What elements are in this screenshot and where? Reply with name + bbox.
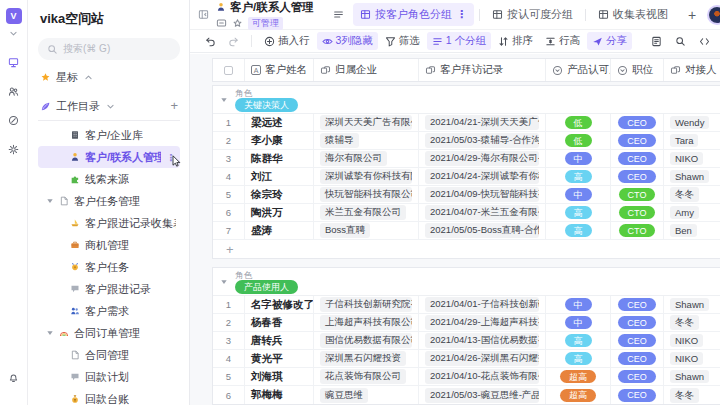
view-tab[interactable]: 按认可度分组 xyxy=(485,3,580,26)
visit-record-cell[interactable]: 2021/04/07-米兰五金有限公... xyxy=(419,204,546,221)
recognition-cell[interactable]: 超高 xyxy=(546,386,611,404)
visit-record-cell[interactable]: 2021/04/09-快玩智能科技有... xyxy=(419,186,546,203)
row-number-cell[interactable]: 4 xyxy=(213,168,245,185)
favorite-star-icon[interactable] xyxy=(232,18,243,29)
template-pen-icon[interactable] xyxy=(8,115,19,126)
position-cell[interactable]: CEO xyxy=(611,350,664,367)
name-cell[interactable]: 刘海琪 xyxy=(245,368,314,385)
notification-bell-icon[interactable] xyxy=(8,372,19,383)
name-cell[interactable]: 徐宗玲 xyxy=(245,186,314,203)
sort-button[interactable]: 排序 xyxy=(493,32,538,50)
sidebar-item[interactable]: 客户跟进记录 xyxy=(38,278,180,300)
group-collapse-icon[interactable] xyxy=(220,96,228,104)
contact-cell[interactable]: Shawn xyxy=(664,368,720,385)
recognition-cell[interactable]: 中 xyxy=(546,314,611,331)
visit-record-cell[interactable]: 2021/04/21-深圳天天美广告... xyxy=(419,114,546,131)
contact-cell[interactable]: Shawn xyxy=(664,296,720,313)
recognition-cell[interactable]: 低 xyxy=(546,114,611,131)
sidebar-item[interactable]: 合同管理 xyxy=(38,344,180,366)
name-cell[interactable]: 唐转兵 xyxy=(245,332,314,349)
visit-record-cell[interactable]: 2021/05/05-Boss直聘-合作沟... xyxy=(419,222,546,239)
company-cell[interactable]: 子信科技创新研究院有限... xyxy=(314,296,419,313)
company-cell[interactable]: 猿辅导 xyxy=(314,132,419,149)
workspace-switch-chevron-icon[interactable] xyxy=(8,28,19,39)
contact-cell[interactable]: Wendy xyxy=(664,114,720,131)
expand-record-icon[interactable] xyxy=(651,36,662,47)
name-cell[interactable]: 郭梅梅 xyxy=(245,386,314,404)
view-tab[interactable]: 收集表视图 xyxy=(591,3,675,26)
caret-down-icon[interactable] xyxy=(46,197,54,205)
visit-record-cell[interactable]: 2021/04/10-花点装饰有限公... xyxy=(419,368,546,385)
row-number-cell[interactable]: 5 xyxy=(213,186,245,203)
contact-cell[interactable]: Shawn xyxy=(664,168,720,185)
sidebar-item[interactable]: 客户任务 xyxy=(38,256,180,278)
name-cell[interactable]: 陶洪万 xyxy=(245,204,314,221)
group-header[interactable]: 角色 关键决策人 xyxy=(213,86,720,114)
column-header[interactable]: 对接人 xyxy=(664,59,720,81)
position-cell[interactable]: CEO xyxy=(611,114,664,131)
view-list-icon[interactable] xyxy=(333,9,344,20)
sidebar-item[interactable]: 回款计划 xyxy=(38,366,180,388)
row-number-cell[interactable]: 6 xyxy=(213,386,245,404)
visit-record-cell[interactable]: 2021/04/13-国信优易数据有... xyxy=(419,332,546,349)
add-view-button[interactable]: + xyxy=(682,7,702,23)
directory-section[interactable]: 工作目录 + xyxy=(38,94,180,118)
contact-cell[interactable]: 冬冬 xyxy=(664,186,720,203)
company-cell[interactable]: 深圳黑石闪耀投资 xyxy=(314,350,419,367)
position-cell[interactable]: CEO xyxy=(611,314,664,331)
group-header[interactable]: 角色 产品使用人 xyxy=(213,268,720,296)
position-cell[interactable]: CEO xyxy=(611,332,664,349)
column-header[interactable]: 归属企业 xyxy=(314,59,419,81)
caret-down-icon[interactable] xyxy=(46,329,54,337)
name-cell[interactable]: 黄光平 xyxy=(245,350,314,367)
sidebar-item[interactable]: 回款台账 xyxy=(38,388,180,405)
company-cell[interactable]: 豌豆思维 xyxy=(314,386,419,404)
name-cell[interactable]: 陈群华 xyxy=(245,150,314,167)
filter-button[interactable]: 筛选 xyxy=(380,32,425,50)
sidebar-item[interactable]: 客户/企业库 xyxy=(38,124,180,146)
sidebar-collapse-icon[interactable] xyxy=(198,9,209,20)
visit-record-cell[interactable]: 2021/04/26-深圳黑石闪耀投... xyxy=(419,350,546,367)
visit-record-cell[interactable]: 2021/04/24-深圳诚挚有你科... xyxy=(419,168,546,185)
company-cell[interactable]: 上海超声科技有限公司 xyxy=(314,314,419,331)
column-header[interactable]: 职位 xyxy=(611,59,664,81)
name-cell[interactable]: 盛涛 xyxy=(245,222,314,239)
view-tab[interactable]: 按客户角色分组⋮ xyxy=(353,3,474,26)
add-row-button[interactable]: + xyxy=(213,240,720,258)
starred-section[interactable]: 星标 xyxy=(38,65,180,89)
sidebar-item[interactable]: 客户需求 xyxy=(38,300,180,322)
position-cell[interactable]: CEO xyxy=(611,386,664,404)
checkbox[interactable] xyxy=(224,66,233,75)
visit-record-cell[interactable]: 2021/04/29-上海超声科技有... xyxy=(419,314,546,331)
recognition-cell[interactable]: 高 xyxy=(546,204,611,221)
search-input[interactable]: 搜索(⌘ G) xyxy=(38,38,180,60)
company-cell[interactable]: Boss直聘 xyxy=(314,222,419,239)
recognition-cell[interactable]: 中 xyxy=(546,186,611,203)
name-cell[interactable]: 李小康 xyxy=(245,132,314,149)
recognition-cell[interactable]: 高 xyxy=(546,222,611,239)
contact-cell[interactable]: NIKO xyxy=(664,350,720,367)
workspace-logo[interactable]: V xyxy=(6,8,22,24)
position-cell[interactable]: CTO xyxy=(611,222,664,239)
row-number-cell[interactable]: 5 xyxy=(213,368,245,385)
company-cell[interactable]: 花点装饰有限公司 xyxy=(314,368,419,385)
column-header[interactable]: 客户拜访记录 xyxy=(419,59,546,81)
position-cell[interactable]: CEO xyxy=(611,132,664,149)
company-cell[interactable]: 国信优易数据有限公司 xyxy=(314,332,419,349)
view-more-icon[interactable]: ⋮ xyxy=(456,8,467,21)
row-number-cell[interactable]: 4 xyxy=(213,350,245,367)
row-number-cell[interactable]: 2 xyxy=(213,314,245,331)
name-cell[interactable]: 梁远述 xyxy=(245,114,314,131)
name-cell[interactable]: 名字被修改了 xyxy=(245,296,314,313)
company-cell[interactable]: 快玩智能科技有限公司 xyxy=(314,186,419,203)
position-cell[interactable]: CTO xyxy=(611,186,664,203)
workspace-title[interactable]: vika空间站 xyxy=(40,10,180,28)
settings-gear-icon[interactable] xyxy=(8,144,19,155)
position-cell[interactable]: CEO xyxy=(611,296,664,313)
select-all-cell[interactable] xyxy=(213,59,245,81)
share-button[interactable]: 分享 xyxy=(587,32,632,50)
row-number-cell[interactable]: 3 xyxy=(213,332,245,349)
contact-cell[interactable]: NIKO xyxy=(664,332,720,349)
sidebar-item[interactable]: 线索来源 xyxy=(38,168,180,190)
user-avatar[interactable] xyxy=(709,7,720,23)
